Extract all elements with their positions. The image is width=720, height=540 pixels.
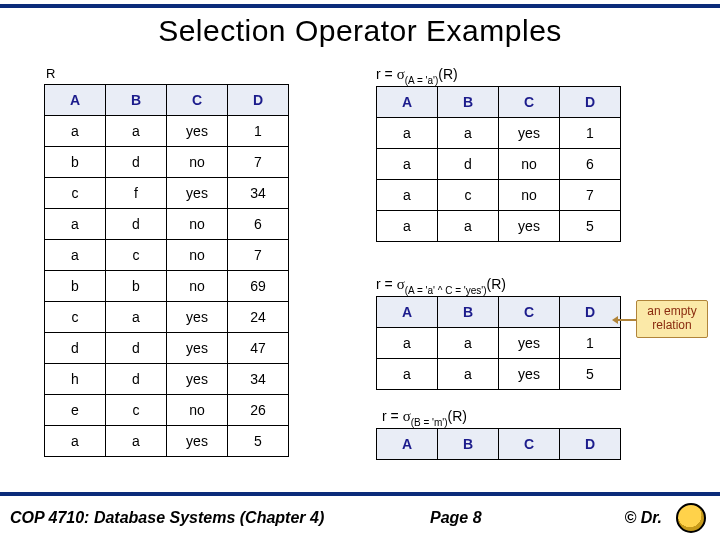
footer-course: COP 4710: Database Systems (Chapter 4) [10, 509, 324, 527]
table-row: adno6 [45, 209, 289, 240]
col-header: D [228, 85, 289, 116]
table-cell: d [438, 149, 499, 180]
col-header: A [45, 85, 106, 116]
col-header: A [377, 429, 438, 460]
table-cell: 5 [560, 359, 621, 390]
result-table-2: A B C D aayes1aayes5 [376, 296, 621, 390]
table-cell: 6 [228, 209, 289, 240]
table-row: aayes1 [377, 328, 621, 359]
expr-suffix: (R) [438, 66, 457, 82]
table-row: aayes5 [45, 426, 289, 457]
table-cell: no [167, 209, 228, 240]
table-cell: a [377, 118, 438, 149]
selection-expr-3: r = σ(B = 'm')(R) [382, 408, 467, 427]
table-row: acno7 [45, 240, 289, 271]
table-cell: 69 [228, 271, 289, 302]
result-table-3: A B C D [376, 428, 621, 460]
table-cell: a [438, 359, 499, 390]
top-rule [0, 4, 720, 8]
annotation-connector [618, 319, 636, 321]
expr-subscript: (A = 'a' ^ C = 'yes') [405, 285, 487, 296]
table-row: ddyes47 [45, 333, 289, 364]
table-row: bdno7 [45, 147, 289, 178]
sigma-icon: σ [397, 276, 405, 292]
table-row: aayes5 [377, 211, 621, 242]
relation-R-table: A B C D aayes1bdno7cfyes34adno6acno7bbno… [44, 84, 289, 457]
table-cell: 34 [228, 364, 289, 395]
table-cell: yes [167, 116, 228, 147]
expr-suffix: (R) [448, 408, 467, 424]
table-cell: d [106, 147, 167, 178]
table-cell: 7 [228, 240, 289, 271]
relation-R-label: R [46, 66, 55, 81]
col-header: C [499, 87, 560, 118]
table-cell: yes [167, 333, 228, 364]
expr-subscript: (A = 'a') [405, 75, 439, 86]
table-cell: 6 [560, 149, 621, 180]
table-cell: 5 [560, 211, 621, 242]
table-row: hdyes34 [45, 364, 289, 395]
table-cell: yes [167, 178, 228, 209]
table-cell: 1 [560, 328, 621, 359]
table-row: aayes1 [45, 116, 289, 147]
table-row: bbno69 [45, 271, 289, 302]
col-header: A [377, 87, 438, 118]
table-cell: a [438, 118, 499, 149]
table-cell: yes [499, 328, 560, 359]
slide-title: Selection Operator Examples [0, 14, 720, 48]
expr-prefix: r = [376, 66, 397, 82]
table-cell: f [106, 178, 167, 209]
table-cell: 7 [228, 147, 289, 178]
table-cell: 7 [560, 180, 621, 211]
col-header: C [499, 429, 560, 460]
table-cell: d [45, 333, 106, 364]
table-cell: c [45, 302, 106, 333]
selection-expr-2: r = σ(A = 'a' ^ C = 'yes')(R) [376, 276, 506, 295]
table-cell: no [167, 395, 228, 426]
table-row: cayes24 [45, 302, 289, 333]
table-row: ecno26 [45, 395, 289, 426]
table-cell: yes [167, 364, 228, 395]
col-header: B [438, 429, 499, 460]
table-cell: a [45, 426, 106, 457]
col-header: B [438, 297, 499, 328]
table-cell: c [106, 240, 167, 271]
expr-subscript: (B = 'm') [411, 417, 448, 428]
table-cell: a [438, 211, 499, 242]
table-cell: e [45, 395, 106, 426]
table-row: acno7 [377, 180, 621, 211]
col-header: D [560, 429, 621, 460]
table-cell: b [45, 271, 106, 302]
slide: Selection Operator Examples R A B C D aa… [0, 0, 720, 540]
table-cell: d [106, 364, 167, 395]
footer: COP 4710: Database Systems (Chapter 4) P… [0, 496, 720, 540]
table-cell: c [45, 178, 106, 209]
table-cell: a [377, 149, 438, 180]
sigma-icon: σ [403, 408, 411, 424]
col-header: D [560, 87, 621, 118]
table-cell: yes [499, 211, 560, 242]
table-cell: h [45, 364, 106, 395]
table-cell: a [377, 359, 438, 390]
col-header: B [106, 85, 167, 116]
col-header: B [438, 87, 499, 118]
table-cell: c [106, 395, 167, 426]
table-row: cfyes34 [45, 178, 289, 209]
table-row: adno6 [377, 149, 621, 180]
table-cell: d [106, 209, 167, 240]
table-cell: 1 [560, 118, 621, 149]
table-cell: b [45, 147, 106, 178]
table-cell: no [167, 240, 228, 271]
table-cell: no [167, 271, 228, 302]
table-cell: a [45, 116, 106, 147]
expr-prefix: r = [376, 276, 397, 292]
table-cell: b [106, 271, 167, 302]
table-cell: d [106, 333, 167, 364]
footer-page: Page 8 [430, 509, 482, 527]
table-cell: no [167, 147, 228, 178]
table-cell: a [45, 209, 106, 240]
sigma-icon: σ [397, 66, 405, 82]
table-cell: a [377, 211, 438, 242]
table-cell: 5 [228, 426, 289, 457]
result-table-1: A B C D aayes1adno6acno7aayes5 [376, 86, 621, 242]
